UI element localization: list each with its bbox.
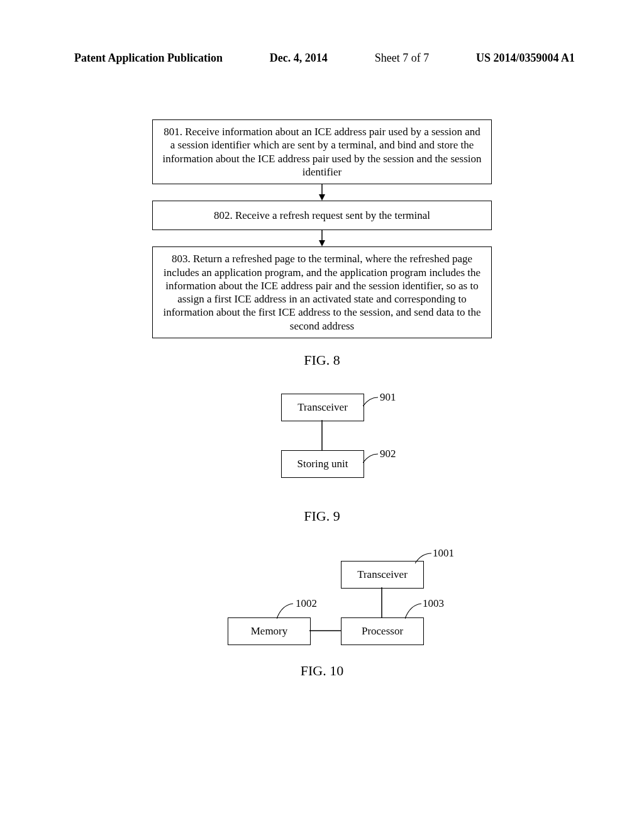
figure-8-label: FIG. 8: [0, 352, 644, 368]
block-storing-unit-902: Storing unit: [281, 450, 364, 478]
page-content: 801. Receive information about an ICE ad…: [0, 119, 644, 704]
ref-1003: 1003: [423, 597, 444, 610]
arrow-icon: [152, 230, 492, 246]
ref-902: 902: [380, 448, 396, 460]
connector-line-icon: [381, 587, 382, 617]
figure-9-label: FIG. 9: [0, 508, 644, 524]
ref-1002: 1002: [296, 597, 317, 610]
figure-9: Transceiver 901 Storing unit 902: [152, 394, 492, 494]
page-header: Patent Application Publication Dec. 4, 2…: [74, 52, 575, 65]
block-transceiver-901: Transceiver: [281, 394, 364, 421]
flow-box-803: 803. Return a refreshed page to the term…: [152, 246, 492, 338]
arrow-icon: [152, 184, 492, 201]
figure-10-label: FIG. 10: [0, 663, 644, 679]
block-memory-1002: Memory: [228, 617, 311, 645]
header-pubno: US 2014/0359004 A1: [476, 52, 575, 65]
svg-marker-1: [319, 194, 325, 201]
flow-box-801: 801. Receive information about an ICE ad…: [152, 119, 492, 184]
figure-8: 801. Receive information about an ICE ad…: [152, 119, 492, 338]
ref-1001: 1001: [433, 547, 454, 560]
block-transceiver-1001: Transceiver: [341, 561, 424, 589]
header-title: Patent Application Publication: [74, 52, 223, 65]
header-sheet: Sheet 7 of 7: [375, 52, 429, 65]
flow-box-802: 802. Receive a refresh request sent by t…: [152, 201, 492, 230]
figure-10: Transceiver 1001 Memory 1002 Processor 1…: [152, 550, 492, 656]
connector-line-icon: [309, 630, 341, 631]
block-processor-1003: Processor: [341, 617, 424, 645]
svg-marker-3: [319, 240, 325, 246]
connector-line-icon: [321, 420, 323, 450]
header-date: Dec. 4, 2014: [270, 52, 328, 65]
ref-901: 901: [380, 391, 396, 404]
